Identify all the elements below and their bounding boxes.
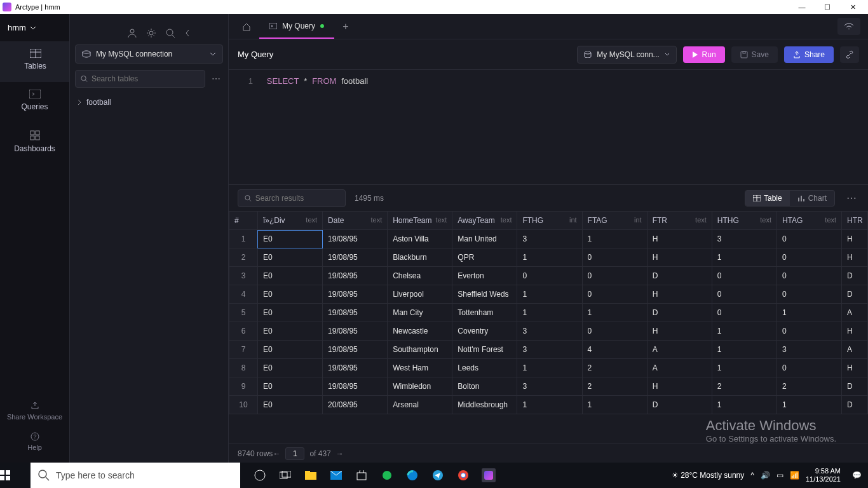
table-cell[interactable]: 1 [712, 396, 776, 414]
view-table-button[interactable]: Table [745, 191, 790, 206]
column-header[interactable]: HTAGtext [776, 212, 841, 230]
table-cell[interactable]: 19/08/95 [323, 322, 388, 341]
table-cell[interactable]: H [842, 248, 868, 267]
sidebar-more-icon[interactable]: ⋯ [209, 74, 223, 84]
run-button[interactable]: Run [683, 46, 725, 63]
table-cell[interactable]: E0 [257, 248, 322, 267]
tree-item-football[interactable]: football [75, 95, 223, 109]
system-tray[interactable]: ☀ 28°C Mostly sunny ^ 🔊 ▭ 📶 9:58 AM 11/1… [665, 467, 868, 484]
table-cell[interactable]: D [647, 267, 712, 285]
table-row[interactable]: 6E019/08/95NewcastleCoventry30H10H [229, 322, 868, 341]
table-cell[interactable]: 1 [517, 248, 582, 267]
close-button[interactable]: ✕ [840, 3, 865, 11]
user-icon[interactable] [127, 28, 137, 38]
weather-widget[interactable]: ☀ 28°C Mostly sunny [672, 471, 745, 480]
table-cell[interactable]: 19/08/95 [323, 341, 388, 359]
table-cell[interactable]: 1 [582, 396, 647, 414]
table-cell[interactable]: H [842, 359, 868, 377]
table-cell[interactable]: Everton [452, 267, 517, 285]
table-cell[interactable]: 2 [776, 377, 841, 396]
table-cell[interactable]: Sheffield Weds [452, 285, 517, 304]
table-cell[interactable]: 19/08/95 [323, 248, 388, 267]
table-cell[interactable]: Leeds [452, 359, 517, 377]
store-icon[interactable] [355, 468, 369, 482]
column-header[interactable]: FTAGint [582, 212, 647, 230]
nav-tables[interactable]: Tables [0, 41, 69, 82]
minimize-button[interactable]: — [789, 3, 815, 11]
column-header[interactable]: HomeTeamtext [388, 212, 452, 230]
help-button[interactable]: ? Help [0, 427, 69, 456]
table-cell[interactable]: E0 [257, 396, 322, 414]
table-cell[interactable]: A [842, 341, 868, 359]
nav-dashboards[interactable]: Dashboards [0, 123, 69, 165]
table-cell[interactable]: 0 [517, 267, 582, 285]
table-cell[interactable]: E0 [257, 285, 322, 304]
cortana-icon[interactable] [253, 468, 267, 482]
table-cell[interactable]: Arsenal [388, 396, 452, 414]
table-cell[interactable]: H [647, 230, 712, 248]
table-cell[interactable]: 7 [229, 341, 258, 359]
tray-wifi-icon[interactable]: 📶 [790, 471, 799, 480]
chrome-icon[interactable] [456, 468, 470, 482]
table-cell[interactable]: E0 [257, 304, 322, 322]
table-row[interactable]: 4E019/08/95LiverpoolSheffield Weds10H00D [229, 285, 868, 304]
table-cell[interactable]: H [647, 248, 712, 267]
table-cell[interactable]: 3 [517, 377, 582, 396]
table-cell[interactable]: H [842, 230, 868, 248]
table-row[interactable]: 2E019/08/95BlackburnQPR10H10H [229, 248, 868, 267]
column-header[interactable]: Datetext [323, 212, 388, 230]
table-cell[interactable]: 4 [582, 341, 647, 359]
table-cell[interactable]: 2 [712, 377, 776, 396]
next-page-button[interactable]: → [336, 449, 344, 458]
table-cell[interactable]: E0 [257, 341, 322, 359]
table-cell[interactable]: Aston Villa [388, 230, 452, 248]
table-cell[interactable]: D [842, 377, 868, 396]
table-cell[interactable]: D [842, 396, 868, 414]
table-cell[interactable]: A [647, 341, 712, 359]
table-cell[interactable]: 1 [776, 304, 841, 322]
table-cell[interactable]: Blackburn [388, 248, 452, 267]
table-cell[interactable]: Bolton [452, 377, 517, 396]
table-cell[interactable]: E0 [257, 377, 322, 396]
results-more-icon[interactable]: ⋯ [844, 192, 859, 204]
table-cell[interactable]: 0 [582, 322, 647, 341]
search-tables-field[interactable] [92, 74, 200, 83]
table-cell[interactable]: 20/08/95 [323, 396, 388, 414]
table-row[interactable]: 9E019/08/95WimbledonBolton32H22D [229, 377, 868, 396]
telegram-icon[interactable] [431, 468, 445, 482]
table-row[interactable]: 1E019/08/95Aston VillaMan United31H30H [229, 230, 868, 248]
table-cell[interactable]: 0 [776, 248, 841, 267]
table-cell[interactable]: Liverpool [388, 285, 452, 304]
maximize-button[interactable]: ☐ [815, 3, 840, 11]
table-cell[interactable]: 0 [712, 285, 776, 304]
query-connection-selector[interactable]: My MySQL conn... [577, 46, 676, 64]
table-cell[interactable]: 3 [517, 341, 582, 359]
tray-chevron-icon[interactable]: ^ [750, 471, 754, 480]
table-cell[interactable]: 19/08/95 [323, 267, 388, 285]
table-cell[interactable]: 19/08/95 [323, 359, 388, 377]
copy-link-button[interactable] [840, 46, 859, 63]
table-cell[interactable]: 0 [582, 267, 647, 285]
search-tables-input[interactable] [75, 70, 205, 88]
table-cell[interactable]: Man City [388, 304, 452, 322]
table-cell[interactable]: 3 [517, 230, 582, 248]
connection-selector[interactable]: My MySQL connection [75, 44, 223, 64]
table-cell[interactable]: 9 [229, 377, 258, 396]
taskbar-search[interactable]: Type here to search [31, 463, 240, 488]
table-cell[interactable]: 1 [712, 341, 776, 359]
search-icon[interactable] [165, 28, 175, 38]
table-cell[interactable]: 1 [517, 285, 582, 304]
table-cell[interactable]: 1 [582, 304, 647, 322]
start-button[interactable] [0, 470, 31, 480]
table-cell[interactable]: 0 [582, 248, 647, 267]
table-cell[interactable]: 3 [229, 267, 258, 285]
table-cell[interactable]: 19/08/95 [323, 377, 388, 396]
table-cell[interactable]: Chelsea [388, 267, 452, 285]
table-cell[interactable]: 3 [517, 322, 582, 341]
table-cell[interactable]: 0 [712, 267, 776, 285]
table-cell[interactable]: D [842, 285, 868, 304]
table-cell[interactable]: 1 [517, 359, 582, 377]
table-cell[interactable]: West Ham [388, 359, 452, 377]
table-cell[interactable]: 0 [712, 304, 776, 322]
table-cell[interactable]: Tottenham [452, 304, 517, 322]
